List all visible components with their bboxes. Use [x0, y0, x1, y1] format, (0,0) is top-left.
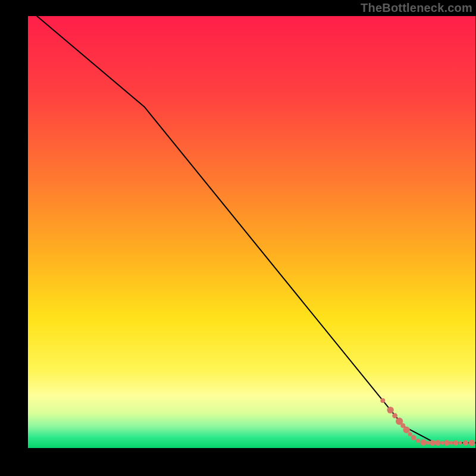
data-point — [403, 427, 409, 433]
data-point — [463, 440, 468, 446]
data-point — [449, 441, 453, 444]
data-point — [440, 441, 444, 444]
data-point — [453, 440, 459, 446]
chart-plot-area — [28, 16, 475, 448]
data-point — [380, 398, 385, 403]
watermark-text: TheBottleneck.com — [361, 1, 472, 15]
chart-svg — [28, 16, 475, 448]
chart-frame: TheBottleneck.com — [0, 0, 476, 476]
data-point — [458, 441, 462, 444]
data-point — [408, 432, 412, 436]
data-point — [469, 440, 475, 446]
gradient-background — [28, 16, 475, 448]
data-point — [426, 441, 430, 444]
data-point — [411, 435, 416, 440]
data-point — [430, 440, 436, 446]
data-point — [444, 440, 450, 446]
data-point — [435, 440, 441, 446]
data-point — [420, 439, 427, 446]
data-point — [416, 439, 420, 443]
data-point — [387, 406, 393, 413]
data-point — [392, 413, 397, 418]
